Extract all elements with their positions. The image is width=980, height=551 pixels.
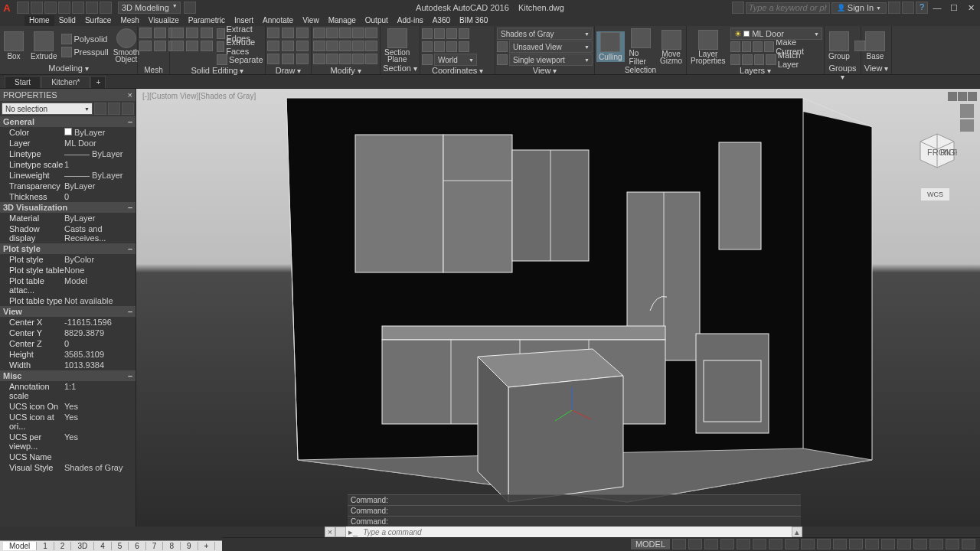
group-general[interactable]: General– (0, 116, 136, 127)
tab-model[interactable]: Model (3, 542, 37, 550)
tab-a360[interactable]: A360 (428, 15, 455, 26)
customize-icon[interactable] (962, 539, 975, 549)
ucsvp-value[interactable]: Yes (64, 432, 132, 451)
coord-icon[interactable] (434, 41, 445, 52)
layout-tab[interactable]: 1 (37, 542, 54, 550)
pan-icon[interactable] (960, 119, 974, 132)
polysolid-button[interactable]: Polysolid (61, 33, 108, 45)
plottable-value[interactable]: None (64, 266, 132, 275)
model-button[interactable]: MODEL (631, 539, 670, 549)
qat-saveas-icon[interactable] (58, 2, 70, 14)
otrack-icon[interactable] (769, 539, 782, 549)
tab-surface[interactable]: Surface (80, 15, 116, 26)
exchange-icon[interactable] (888, 2, 900, 14)
fullnav-icon[interactable] (960, 104, 974, 118)
match-layer-button[interactable]: Match Layer (730, 54, 822, 66)
group-3dviz[interactable]: 3D Visualization– (0, 202, 136, 213)
workspace-icon[interactable] (897, 539, 911, 549)
tab-solid[interactable]: Solid (54, 15, 80, 26)
help-icon[interactable]: ? (916, 2, 928, 14)
solidedit-icons[interactable] (172, 28, 214, 66)
plotstyle-value[interactable]: ByColor (64, 255, 132, 264)
layout-tab[interactable]: 8 (163, 542, 181, 550)
app-menu-icon[interactable]: A (2, 2, 12, 13)
hardware-icon[interactable] (913, 539, 927, 549)
lwt-icon[interactable] (817, 539, 831, 549)
qat-more-icon[interactable] (184, 2, 196, 14)
layout-tab[interactable]: 6 (129, 542, 146, 550)
wcs-label[interactable]: WCS (921, 188, 949, 201)
osnap-icon[interactable] (737, 539, 750, 549)
layout-tab[interactable]: 2 (54, 542, 72, 550)
tab-new[interactable]: + (90, 76, 106, 88)
layout-add[interactable]: + (198, 542, 216, 550)
signin-button[interactable]: 👤Sign In▼ (831, 2, 887, 14)
presspull-button[interactable]: Presspull (61, 46, 108, 58)
thickness-value[interactable]: 0 (64, 192, 132, 201)
base-button[interactable]: Base (863, 31, 887, 61)
infocenter-icon[interactable] (732, 2, 744, 14)
quickselect-icon[interactable] (94, 103, 106, 115)
visualstyle-value[interactable]: Shades of Gray (64, 463, 132, 472)
pickadd-icon[interactable] (122, 103, 134, 115)
viewport-dropdown[interactable]: Single viewport (509, 54, 593, 66)
height-value[interactable]: 3585.3109 (64, 350, 132, 359)
tab-home[interactable]: Home (24, 15, 54, 26)
cleanscreen-icon[interactable] (946, 539, 959, 549)
cmd-recent-icon[interactable]: ▴ (792, 527, 802, 537)
ducs-icon[interactable] (785, 539, 799, 549)
ucsicon-value[interactable]: Yes (64, 402, 132, 411)
layout-tab[interactable]: 7 (146, 542, 164, 550)
extrude-faces-button[interactable]: Extrude Faces (217, 41, 263, 53)
tab-parametric[interactable]: Parametric (184, 15, 230, 26)
culling-button[interactable]: Culling (596, 31, 625, 62)
command-line[interactable]: × ▸_ ▴ (325, 527, 802, 537)
tab-view[interactable]: View (298, 15, 324, 26)
coord-icon[interactable] (459, 28, 469, 39)
workspace-dropdown[interactable]: 3D Modeling (118, 2, 181, 14)
close-button[interactable]: ✕ (963, 2, 978, 13)
plottype-value[interactable]: Not available (64, 296, 132, 305)
tab-manage[interactable]: Manage (324, 15, 361, 26)
polar-icon[interactable] (720, 539, 734, 549)
qat-new-icon[interactable] (17, 2, 29, 14)
coord-icon[interactable] (446, 28, 457, 39)
model-view[interactable] (136, 89, 980, 527)
modify-grid[interactable] (313, 28, 377, 66)
visual-style-dropdown[interactable]: Shades of Gray (497, 28, 593, 40)
draw-grid[interactable] (267, 28, 310, 66)
viewcube[interactable]: FRONT RIGHT (917, 131, 957, 171)
vp-close-icon[interactable] (968, 92, 977, 101)
palette-close-icon[interactable]: × (128, 90, 132, 99)
viewport-icon[interactable] (497, 54, 508, 65)
centery-value[interactable]: 8829.3879 (64, 328, 132, 337)
minimize-button[interactable]: — (929, 2, 945, 13)
qat-print-icon[interactable] (72, 2, 84, 14)
width-value[interactable]: 1013.9384 (64, 360, 132, 370)
cmd-close-icon[interactable]: × (325, 527, 335, 537)
coord-icon[interactable] (446, 41, 457, 52)
selectobj-icon[interactable] (108, 103, 120, 115)
snap-icon[interactable] (688, 539, 702, 549)
grid-icon[interactable] (672, 539, 686, 549)
material-value[interactable]: ByLayer (64, 214, 132, 223)
group-view[interactable]: View– (0, 306, 136, 317)
tab-mesh[interactable]: Mesh (116, 15, 143, 26)
layer-properties-button[interactable]: Layer Properties (688, 29, 728, 65)
tab-annotate[interactable]: Annotate (258, 15, 298, 26)
tab-addins[interactable]: Add-ins (393, 15, 428, 26)
layer-dropdown[interactable]: ☀ ML Door (730, 28, 822, 40)
layer-value[interactable]: ML Door (64, 139, 132, 148)
shadow-value[interactable]: Casts and Receives... (64, 224, 132, 243)
coord-icon[interactable] (422, 28, 433, 39)
qat-undo-icon[interactable] (86, 2, 98, 14)
group-plot[interactable]: Plot style– (0, 243, 136, 254)
cycling-icon[interactable] (849, 539, 863, 549)
world-icon[interactable] (422, 54, 433, 65)
box-button[interactable]: Box (2, 31, 26, 61)
isolate-icon[interactable] (929, 539, 943, 549)
ucs-dropdown[interactable]: World (434, 54, 477, 66)
dyn-icon[interactable] (801, 539, 815, 549)
transparency-value[interactable]: ByLayer (64, 181, 132, 191)
layout-tab[interactable]: 9 (181, 542, 198, 550)
